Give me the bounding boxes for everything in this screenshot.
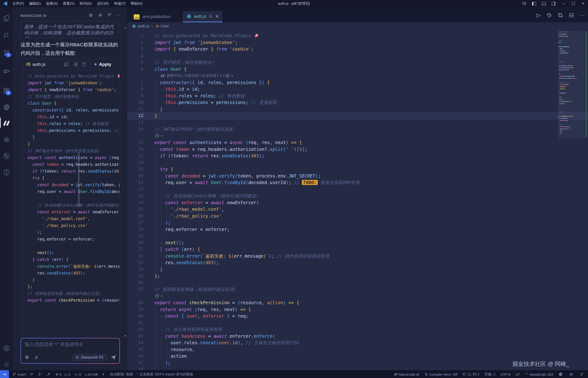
scroll-up-icon[interactable]: ▲: [124, 26, 127, 29]
code-line-23[interactable]: 23····// 自动加载Casbin策略（插件生成代码建议）: [127, 192, 588, 199]
gear-icon[interactable]: ⚙: [98, 13, 102, 18]
code-line-16[interactable]: 16··const token = req.headers.authorizat…: [127, 146, 588, 153]
problems-item[interactable]: ⊗0 △0: [55, 372, 70, 376]
auto-attach-item[interactable]: 自动附加: 智能: [110, 372, 133, 377]
settings-gear-icon[interactable]: [0, 360, 13, 369]
run-debug-icon[interactable]: [0, 66, 13, 76]
rocket-icon[interactable]: [47, 372, 52, 376]
timeline-history-icon[interactable]: [546, 13, 552, 18]
more-actions-icon[interactable]: ···: [580, 12, 585, 18]
code-line-26[interactable]: 26······'./rbac_policy.csv': [127, 213, 588, 219]
code-line-35[interactable]: 35};: [127, 273, 588, 279]
code-line-24[interactable]: 24····const enforcer = await newEnforcer…: [127, 199, 588, 206]
apply-button[interactable]: ✦ Apply: [94, 62, 111, 67]
eol-item[interactable]: LF: [516, 372, 520, 376]
code-line-7[interactable]: 7··constructor({ id, roles, permissions …: [127, 79, 588, 86]
new-file-icon[interactable]: [82, 62, 87, 67]
close-button[interactable]: ✕: [578, 0, 588, 7]
code-line-3[interactable]: 3import { newEnforcer } from 'casbin';: [127, 46, 588, 53]
robot-icon[interactable]: [0, 135, 13, 144]
compile-hero-item[interactable]: Compile Hero: Off: [424, 372, 457, 376]
code-line-30[interactable]: 30····next();: [127, 239, 588, 246]
code-line-29[interactable]: 29····: [127, 232, 588, 239]
marscode-inline-widget[interactable]: ∨: [127, 133, 588, 139]
ports-item[interactable]: 0: [74, 372, 81, 376]
code-line-36[interactable]: 36: [127, 279, 588, 286]
code-line-38[interactable]: 38export const checkPermission = (resour…: [127, 299, 588, 306]
marscode-ai-icon-active[interactable]: [0, 119, 13, 128]
code-line-17[interactable]: 17··if (!token) return res.sendStatus(40…: [127, 152, 588, 159]
code-line-43[interactable]: 43····const hasAccess = await enforcer.e…: [127, 333, 588, 340]
close-tab-icon[interactable]: ✕: [215, 14, 219, 19]
marscode-inline-widget[interactable]: ∨: [127, 293, 588, 299]
code-line-21[interactable]: 21····req.user = await User.findById(dec…: [127, 179, 588, 186]
tab-env-production[interactable]: .ENV .env.production: [130, 11, 174, 22]
tab-auth-js-active[interactable]: auth.js U ✕: [183, 11, 222, 22]
branch-circle-icon[interactable]: [0, 168, 13, 177]
chat-input[interactable]: 输入消息或者 “/” 来选择指令 ✻ # Deepseek R1: [21, 338, 120, 363]
code-line-40[interactable]: 40····const { user, enforcer } = req;: [127, 313, 588, 319]
code-line-10[interactable]: 10····this.permissions = permissions; //…: [127, 99, 588, 106]
minimap[interactable]: [558, 31, 585, 138]
code-line-41[interactable]: 41····: [127, 319, 588, 326]
code-line-15[interactable]: 15export const authenticate = async (req…: [127, 139, 588, 146]
code-line-12[interactable]: 12}: [127, 112, 588, 119]
split-editor-icon[interactable]: [569, 13, 574, 18]
breadcrumb[interactable]: auth.js › User: [127, 22, 588, 30]
notifications-bell-icon[interactable]: [580, 372, 585, 376]
encoding-item[interactable]: UTF-8: [500, 372, 510, 376]
toggle-panel-icon[interactable]: [539, 0, 549, 7]
command-sparkle-icon[interactable]: ✻: [25, 355, 29, 360]
account-icon[interactable]: [0, 344, 13, 353]
code-line-13[interactable]: 13: [127, 119, 588, 126]
code-line-2[interactable]: 2import jwt from 'jsonwebtoken';: [127, 39, 588, 46]
code-line-6[interactable]: 6class User {: [127, 66, 588, 73]
file-size-item[interactable]: 1.44 KiB: [85, 372, 98, 376]
model-selector[interactable]: Deepseek R1: [72, 354, 107, 361]
menu-终端(T)[interactable]: 终端(T): [111, 1, 128, 6]
robot-icon[interactable]: [569, 372, 575, 376]
send-icon[interactable]: [110, 355, 116, 360]
sidebar-scrollbar[interactable]: [78, 152, 80, 207]
code-line-11[interactable]: 11··}: [127, 106, 588, 113]
context-hash-icon[interactable]: #: [35, 355, 38, 360]
code-line-34[interactable]: 34··}: [127, 266, 588, 273]
insert-code-icon[interactable]: [73, 62, 78, 67]
git-graph-circle-icon[interactable]: [0, 151, 13, 161]
source-control-icon[interactable]: 1: [0, 48, 13, 58]
code-line-19[interactable]: 19··try {: [127, 166, 588, 173]
git-actions-icon[interactable]: [38, 372, 43, 376]
code-line-39[interactable]: 39··return async (req, res, next) => {: [127, 306, 588, 313]
sync-icon[interactable]: ⟳: [30, 372, 34, 376]
checking-status-item[interactable]: ◜正在检查 JS/TS import 语句的更新: [137, 372, 193, 377]
code-line-1[interactable]: 1// Auto-generated by MarsCode Plugin: [127, 32, 588, 39]
toggle-sidebar-icon[interactable]: [529, 0, 539, 7]
code-line-22[interactable]: 22····: [127, 186, 588, 193]
code-line-37[interactable]: 37// 权限检查装饰器（根据插件建议实现）: [127, 286, 588, 293]
toggle-secondary-sidebar-icon[interactable]: [549, 0, 559, 7]
marscode-codelens[interactable]: 解释代码 | 注释代码 | 生成单测 | ✕ | ∨: [127, 72, 588, 79]
menu-选择(S)[interactable]: 选择(S): [43, 1, 60, 6]
menu-文件(F)[interactable]: 文件(F): [10, 1, 27, 6]
code-line-14[interactable]: 14// JWT验证中间件（插件推荐最佳实践）: [127, 126, 588, 133]
scroll-down-icon[interactable]: ▼: [124, 334, 127, 338]
search-icon[interactable]: [0, 31, 13, 40]
new-chat-icon[interactable]: ⊞: [89, 13, 93, 18]
indentation-item[interactable]: 空格: 2: [484, 372, 495, 377]
editor-pane[interactable]: 1// Auto-generated by MarsCode Plugin 2i…: [127, 30, 588, 370]
code-line-27[interactable]: 27····);: [127, 219, 588, 226]
marscode-ai-item[interactable]: MarsCode AI: [394, 372, 419, 376]
code-line-4[interactable]: 4: [127, 53, 588, 59]
code-line-45[interactable]: 45······resource,: [127, 346, 588, 353]
menu-运行(R)[interactable]: 运行(R): [94, 1, 111, 6]
menu-编辑(E)[interactable]: 编辑(E): [27, 1, 43, 6]
run-file-icon[interactable]: ▷: [537, 12, 541, 18]
code-line-32[interactable]: 32····console.error(`鉴权失败: ${err.message…: [127, 253, 588, 259]
cursor-position-item[interactable]: 行 12, 列 2: [463, 372, 479, 377]
lightning-icon[interactable]: [102, 372, 106, 376]
breadcrumb-symbol[interactable]: User: [161, 24, 169, 28]
customize-layout-icon[interactable]: [519, 0, 529, 7]
code-line-25[interactable]: 25······'./rbac_model.conf',: [127, 206, 588, 213]
marscode-hex-icon[interactable]: [0, 103, 13, 112]
code-line-5[interactable]: 5// 用户模型（插件智能补全）: [127, 59, 588, 66]
